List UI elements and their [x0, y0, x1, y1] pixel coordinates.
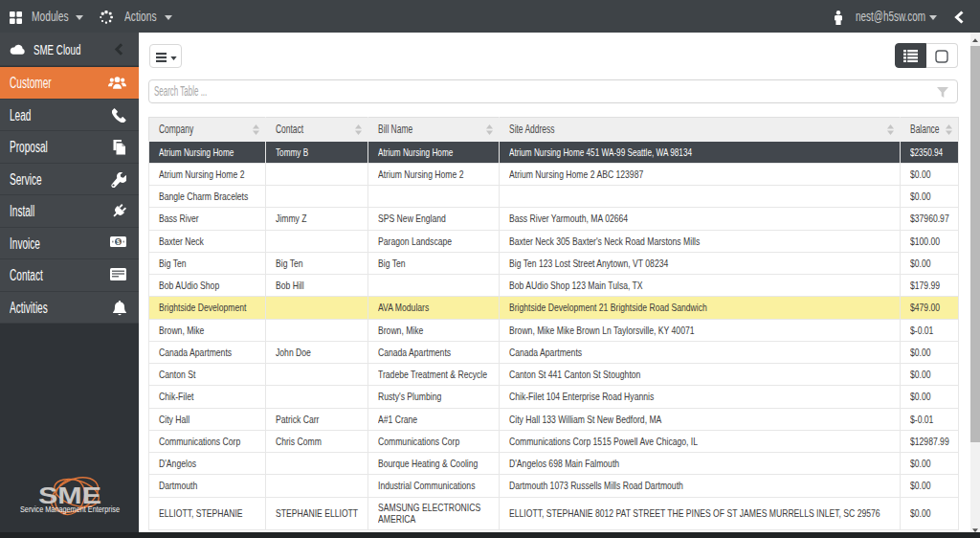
svg-text:$: $ [117, 237, 121, 246]
svg-text:Service Management Enterprise: Service Management Enterprise [20, 504, 120, 514]
